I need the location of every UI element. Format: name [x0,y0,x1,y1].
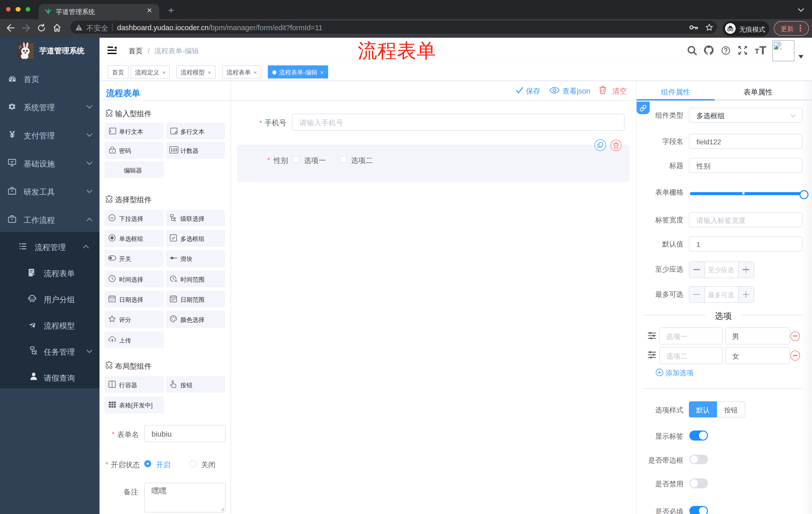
svg-text:123: 123 [171,148,177,152]
